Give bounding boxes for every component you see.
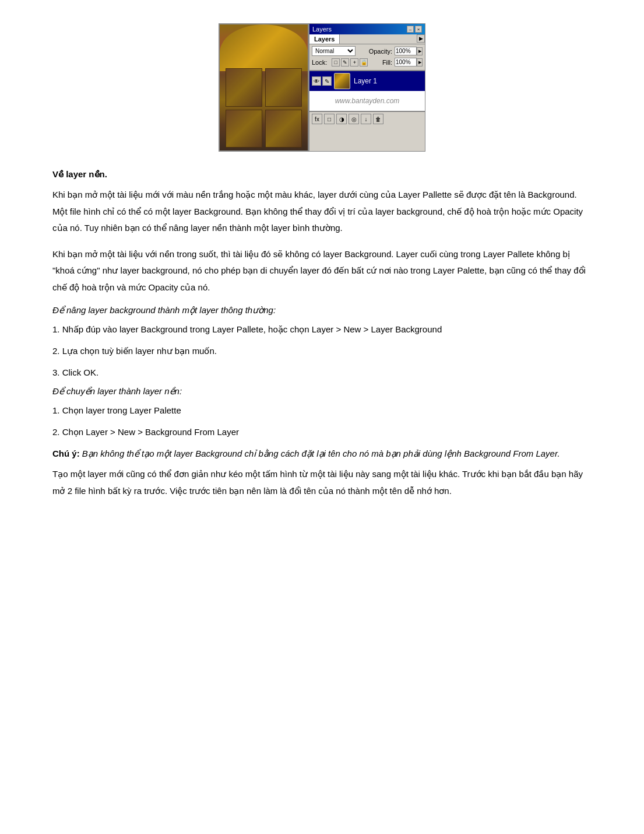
door-panel-1	[226, 68, 262, 107]
door-panel-3	[226, 110, 262, 148]
fill-label: Fill:	[382, 59, 392, 66]
titlebar-controls: – ×	[407, 26, 422, 33]
fill-input[interactable]	[395, 58, 417, 66]
paragraph-2: Khi bạn mở một tài liệu với nền trong su…	[52, 246, 592, 296]
new-layer-button[interactable]: ↓	[361, 114, 371, 124]
lock-label: Lock:	[312, 59, 327, 66]
door-image	[219, 23, 309, 152]
layers-bottom-toolbar: fx □ ◑ ◎ ↓ 🗑	[309, 111, 425, 126]
eye-icon[interactable]: 👁	[312, 76, 321, 86]
tab-row: Layers ▶	[309, 34, 425, 44]
bold-note-label: Chú ý:	[52, 448, 80, 458]
paragraph-3: Tạo một layer mới cũng có thể đơn giản n…	[52, 466, 592, 499]
opacity-control: Opacity: ▶	[369, 47, 423, 55]
adjustment-button[interactable]: ◑	[336, 114, 347, 124]
watermark-text: www.bantayden.com	[309, 91, 425, 111]
layers-tab[interactable]: Layers	[309, 34, 340, 44]
paragraph-1: Khi bạn mở một tài liệu mới với màu nền …	[52, 187, 592, 237]
main-content: Về layer nền. Khi bạn mở một tài liệu mớ…	[47, 169, 597, 499]
layer-thumbnail	[334, 73, 350, 89]
step-2-1: 1. Chọn layer trong Layer Palette	[52, 402, 592, 418]
bold-note: Chú ý: Bạn không thể tạo một layer Backg…	[52, 446, 592, 461]
layers-titlebar: Layers – ×	[309, 24, 425, 34]
bold-note-italic: Bạn không thể tạo một layer Background c…	[80, 448, 560, 458]
fill-arrow[interactable]: ▶	[417, 58, 423, 66]
opacity-input[interactable]	[395, 47, 417, 55]
step-1-2: 2. Lựa chọn tuỳ biến layer như bạn muốn.	[52, 343, 592, 359]
layers-panel-title: Layers	[312, 26, 332, 33]
italic-heading-1: Để nâng layer background thành một layer…	[52, 305, 592, 316]
close-btn[interactable]: ×	[415, 26, 422, 33]
page-wrapper: Layers – × Layers ▶ Normal Multiply Scre…	[47, 23, 597, 499]
blend-row: Normal Multiply Screen Opacity: ▶	[312, 46, 423, 56]
delete-layer-button[interactable]: 🗑	[373, 114, 383, 124]
step-1-3: 3. Click OK.	[52, 365, 592, 380]
lock-icon-1[interactable]: □	[332, 58, 340, 66]
layers-controls: Normal Multiply Screen Opacity: ▶ Lock: …	[309, 44, 425, 71]
section-title: Về layer nền.	[52, 169, 592, 180]
lock-icon-4[interactable]: 🔒	[360, 58, 368, 66]
add-mask-button[interactable]: □	[324, 114, 335, 124]
minimize-btn[interactable]: –	[407, 26, 414, 33]
door-panel-4	[265, 110, 302, 148]
italic-heading-2: Để chuyển layer thành layer nền:	[52, 386, 592, 397]
step-1-1: 1. Nhấp đúp vào layer Background trong L…	[52, 321, 592, 337]
fx-button[interactable]: fx	[312, 114, 322, 124]
layers-panel: Layers – × Layers ▶ Normal Multiply Scre…	[309, 23, 425, 152]
lock-row: Lock: □ ✎ + 🔒 Fill: ▶	[312, 58, 423, 66]
blend-mode-select[interactable]: Normal Multiply Screen	[312, 46, 356, 56]
layer-name: Layer 1	[354, 77, 377, 85]
lock-icon-3[interactable]: +	[350, 58, 358, 66]
opacity-label: Opacity:	[369, 48, 392, 55]
brush-icon[interactable]: ✎	[322, 76, 332, 86]
layers-content: 👁 ✎ Layer 1 www.bantayden.com	[309, 71, 425, 111]
opacity-arrow[interactable]: ▶	[417, 47, 423, 55]
lock-icon-2[interactable]: ✎	[341, 58, 349, 66]
step-2-2: 2. Chọn Layer > New > Background From La…	[52, 424, 592, 440]
illustration-area: Layers – × Layers ▶ Normal Multiply Scre…	[47, 23, 597, 152]
fill-control: Fill: ▶	[382, 58, 423, 66]
door-panels	[226, 68, 302, 148]
door-panel-2	[265, 68, 302, 107]
folder-button[interactable]: ◎	[349, 114, 359, 124]
layer-item[interactable]: 👁 ✎ Layer 1	[309, 71, 425, 91]
door-arch	[220, 24, 308, 71]
tab-icon[interactable]: ▶	[417, 34, 425, 43]
lock-icons: □ ✎ + 🔒	[332, 58, 368, 66]
